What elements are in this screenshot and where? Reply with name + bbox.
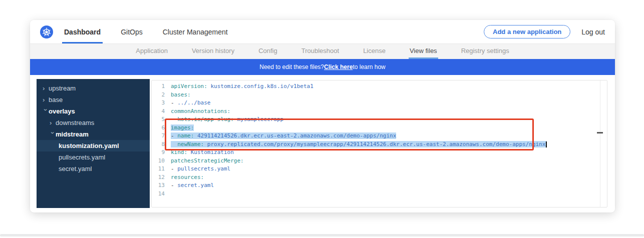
- file-tree-item-base[interactable]: › base: [37, 94, 150, 106]
- page-bottom-divider: [0, 234, 644, 236]
- file-tree-item-overlays[interactable]: › overlays: [37, 106, 150, 117]
- line-content: - name: 429114214526.dkr.ecr.us-east-2.a…: [171, 132, 607, 140]
- subnav-tab-registry-settings[interactable]: Registry settings: [460, 44, 510, 59]
- code-line[interactable]: 12 resources:: [152, 174, 607, 182]
- line-content: apiVersion: kustomize.config.k8s.io/v1be…: [171, 82, 607, 91]
- code-line[interactable]: 14: [152, 190, 607, 198]
- editor-overview-ruler: [600, 80, 600, 207]
- file-tree-item-kustomization-yaml[interactable]: kustomization.yaml: [37, 140, 150, 152]
- code-editor[interactable]: 1 apiVersion: kustomize.config.k8s.io/v1…: [151, 80, 607, 208]
- code-line[interactable]: 3 - ../../base: [152, 99, 607, 108]
- line-number: 7: [152, 132, 165, 140]
- file-tree-item-label: secret.yaml: [59, 165, 92, 172]
- code-lines: 1 apiVersion: kustomize.config.k8s.io/v1…: [152, 80, 607, 198]
- file-tree-item-label: downstreams: [56, 119, 94, 126]
- line-number: 14: [152, 190, 165, 198]
- line-number: 13: [152, 182, 165, 190]
- line-content: patchesStrategicMerge:: [171, 157, 607, 166]
- code-line[interactable]: 1 apiVersion: kustomize.config.k8s.io/v1…: [152, 82, 607, 91]
- file-tree-item-label: pullsecrets.yaml: [59, 154, 105, 161]
- code-line[interactable]: 5 kots.io/app-slug: mysampleecrapp: [152, 116, 607, 124]
- subnav-tab-view-files[interactable]: View files: [409, 44, 438, 59]
- file-tree-item-label: overlays: [49, 108, 75, 115]
- topnav-tab-dashboard[interactable]: Dashboard: [62, 20, 103, 44]
- line-content: [171, 190, 607, 198]
- line-number: 11: [152, 165, 165, 174]
- kubernetes-logo-icon: [40, 26, 53, 38]
- chevron-icon: ›: [50, 132, 56, 138]
- text-cursor: [546, 142, 547, 148]
- line-content: newName: proxy.replicated.com/proxy/mysa…: [171, 140, 607, 149]
- line-number: 5: [152, 116, 165, 124]
- code-line[interactable]: 2 bases:: [152, 91, 607, 100]
- subnav-tab-label: Version history: [192, 47, 234, 54]
- file-tree-item-pullsecrets-yaml[interactable]: pullsecrets.yaml: [37, 152, 150, 163]
- subnav-tab-label: Troubleshoot: [301, 47, 339, 54]
- line-content: - secret.yaml: [171, 182, 607, 190]
- file-tree-item-upstream[interactable]: › upstream: [37, 82, 150, 94]
- code-line[interactable]: 9 kind: Kustomization: [152, 148, 607, 157]
- line-number: 12: [152, 174, 165, 182]
- line-content: kots.io/app-slug: mysampleecrapp: [171, 116, 607, 124]
- chevron-icon: ›: [43, 96, 49, 103]
- banner-text-after: to learn how: [353, 64, 385, 70]
- line-number: 2: [152, 91, 165, 100]
- subnav-tab-label: Registry settings: [461, 47, 509, 54]
- editor-scroll-position-marker[interactable]: [597, 132, 603, 134]
- file-tree-item-label: base: [49, 96, 63, 104]
- line-number: 10: [152, 157, 165, 166]
- banner-click-here-link[interactable]: Click here: [324, 64, 353, 70]
- subnav-tab-application[interactable]: Application: [135, 44, 169, 59]
- admin-console-window: Dashboard GitOps Cluster Management Add …: [30, 20, 615, 212]
- chevron-icon: ›: [50, 120, 56, 126]
- topnav-tab-label: Cluster Management: [163, 28, 228, 36]
- file-tree-item-downstreams[interactable]: › downstreams: [37, 117, 150, 128]
- code-line[interactable]: 4 commonAnnotations:: [152, 108, 607, 116]
- topnav-tabs: Dashboard GitOps Cluster Management: [62, 20, 246, 44]
- line-number: 4: [152, 108, 165, 116]
- add-new-application-button[interactable]: Add a new application: [484, 25, 570, 38]
- code-line[interactable]: 6 images:: [152, 124, 607, 132]
- file-tree-item-midstream[interactable]: › midstream: [37, 128, 150, 140]
- subnav-tab-label: License: [363, 47, 386, 54]
- banner-text-before: Need to edit these files?: [259, 64, 324, 70]
- line-content: resources:: [171, 174, 607, 182]
- file-tree-item-label: midstream: [56, 130, 89, 138]
- subnav-tab-troubleshoot[interactable]: Troubleshoot: [300, 44, 340, 59]
- app-sub-navigation: Application Version history Config Troub…: [30, 44, 615, 59]
- line-content: bases:: [171, 91, 607, 100]
- line-number: 8: [152, 140, 165, 149]
- subnav-tab-version-history[interactable]: Version history: [191, 44, 235, 59]
- edit-files-banner: Need to edit these files? Click here to …: [30, 59, 615, 75]
- line-number: 9: [152, 148, 165, 157]
- subnav-tab-label: View files: [410, 47, 437, 54]
- page: Dashboard GitOps Cluster Management Add …: [0, 0, 644, 238]
- code-line[interactable]: 10 patchesStrategicMerge:: [152, 157, 607, 166]
- code-line[interactable]: 11 - pullsecrets.yaml: [152, 165, 607, 174]
- subnav-tab-label: Config: [258, 47, 277, 54]
- topnav-tab-cluster-management[interactable]: Cluster Management: [161, 20, 230, 44]
- file-tree-item-secret-yaml[interactable]: secret.yaml: [37, 163, 150, 174]
- chevron-icon: ›: [43, 85, 49, 92]
- file-tree-sidebar: › upstream › base › overlays › downstrea…: [37, 79, 150, 208]
- code-line[interactable]: 8 newName: proxy.replicated.com/proxy/my…: [152, 140, 607, 149]
- chevron-icon: ›: [43, 109, 49, 115]
- file-tree-item-label: upstream: [49, 84, 76, 92]
- topnav-tab-gitops[interactable]: GitOps: [119, 20, 145, 44]
- line-number: 1: [152, 82, 165, 91]
- top-navigation: Dashboard GitOps Cluster Management Add …: [30, 20, 615, 44]
- subnav-tab-label: Application: [136, 47, 168, 54]
- line-number: 6: [152, 124, 165, 132]
- topnav-tab-label: GitOps: [121, 28, 143, 36]
- line-content: kind: Kustomization: [171, 148, 607, 157]
- line-content: commonAnnotations:: [171, 108, 607, 116]
- subnav-tab-config[interactable]: Config: [257, 44, 278, 59]
- view-files-content: › upstream › base › overlays › downstrea…: [30, 75, 615, 212]
- topnav-right: Add a new application Log out: [484, 20, 605, 44]
- code-line[interactable]: 13 - secret.yaml: [152, 182, 607, 190]
- line-content: - pullsecrets.yaml: [171, 165, 607, 174]
- file-tree-item-label: kustomization.yaml: [59, 142, 119, 150]
- code-line[interactable]: 7 - name: 429114214526.dkr.ecr.us-east-2…: [152, 132, 607, 140]
- subnav-tab-license[interactable]: License: [362, 44, 387, 59]
- logout-link[interactable]: Log out: [581, 28, 605, 36]
